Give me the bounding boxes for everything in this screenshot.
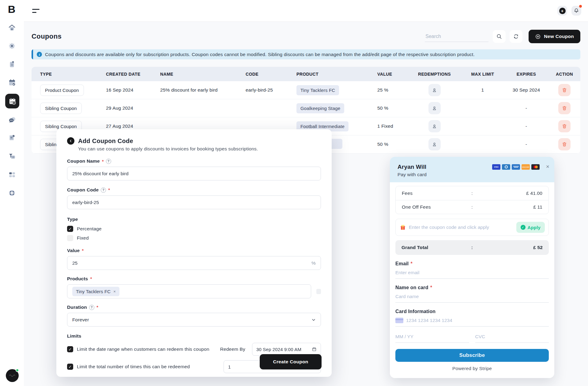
email-field bbox=[395, 270, 549, 279]
new-coupon-label: New Coupon bbox=[544, 34, 574, 39]
search-box bbox=[425, 31, 488, 42]
sidebar: B bbox=[0, 0, 24, 386]
person-icon bbox=[432, 105, 437, 111]
limit-date-label: Limit the date range when customers can … bbox=[77, 346, 209, 352]
name-on-card-input[interactable] bbox=[395, 294, 549, 299]
new-coupon-button[interactable]: New Coupon bbox=[529, 30, 580, 43]
redemptions-button[interactable] bbox=[428, 138, 441, 150]
sidebar-item-messages[interactable] bbox=[7, 115, 17, 124]
value-label: Value bbox=[67, 248, 80, 253]
search-input[interactable] bbox=[425, 34, 488, 39]
back-button[interactable] bbox=[67, 137, 74, 145]
duration-label: Duration bbox=[67, 305, 87, 310]
products-field[interactable]: Tiny Tacklers FC × bbox=[67, 284, 311, 298]
trash-icon bbox=[562, 142, 567, 147]
email-input[interactable] bbox=[395, 270, 549, 275]
create-coupon-button[interactable]: Create Coupon bbox=[260, 354, 322, 369]
app-logo[interactable]: B bbox=[6, 3, 18, 15]
col-redemptions: REDEMPTIONS bbox=[418, 72, 451, 77]
redeem-by-value: 30 Sep 2024 9:00 AM bbox=[256, 347, 301, 352]
delete-coupon-button[interactable] bbox=[558, 84, 571, 96]
delete-coupon-button[interactable] bbox=[558, 120, 571, 132]
trash-icon bbox=[562, 87, 567, 93]
colon: : bbox=[469, 204, 475, 210]
card-number-input[interactable] bbox=[406, 318, 549, 323]
refresh-button[interactable] bbox=[510, 30, 522, 43]
value-input[interactable] bbox=[72, 260, 311, 266]
card-number-field bbox=[395, 318, 549, 327]
fees-summary: Fees : £ 41.00 One Off Fees : £ 11 bbox=[395, 186, 549, 214]
mastercard-icon bbox=[531, 164, 540, 170]
created-date: 27 Aug 2024 bbox=[106, 123, 160, 129]
search-button[interactable] bbox=[493, 30, 506, 43]
col-product: PRODUCT bbox=[296, 72, 372, 77]
user-avatar[interactable]: ◠◡◠ bbox=[6, 369, 19, 382]
grand-total-value: £ 52 bbox=[475, 245, 543, 250]
products-label: Products bbox=[67, 276, 88, 282]
value-cell: 1 Fixed bbox=[372, 123, 408, 129]
col-name: NAME bbox=[160, 72, 246, 77]
info-banner: i Coupons and discounts are available on… bbox=[32, 49, 580, 59]
limit-date-checkbox[interactable] bbox=[67, 346, 73, 352]
sidebar-item-settings[interactable] bbox=[7, 41, 17, 51]
sidebar-item-bookings[interactable] bbox=[7, 78, 17, 87]
help-icon[interactable]: ? bbox=[106, 159, 111, 164]
expiry-input[interactable] bbox=[395, 334, 469, 339]
online-status-dot bbox=[16, 369, 19, 372]
sidebar-item-notes[interactable] bbox=[7, 60, 17, 69]
discover-icon: DISCOVER bbox=[522, 164, 530, 170]
help-icon[interactable]: ? bbox=[89, 305, 94, 310]
redeem-by-date-picker[interactable]: 30 Sep 2024 9:00 AM bbox=[252, 343, 321, 356]
fixed-checkbox[interactable] bbox=[67, 235, 73, 241]
redemptions-button[interactable] bbox=[428, 120, 441, 132]
banner-accent-bar bbox=[32, 49, 33, 59]
check-circle-icon: ✓ bbox=[521, 225, 526, 230]
sidebar-item-help[interactable] bbox=[7, 188, 17, 198]
expires-cell: - bbox=[526, 105, 527, 111]
notifications-button[interactable] bbox=[571, 6, 581, 16]
coupon-code-entry-input[interactable] bbox=[409, 225, 513, 230]
redemptions-button[interactable] bbox=[428, 84, 441, 96]
sidebar-item-invoices[interactable] bbox=[7, 133, 17, 142]
sidebar-item-filters[interactable] bbox=[7, 152, 17, 161]
cvc-input[interactable] bbox=[475, 334, 549, 339]
close-payment-icon[interactable]: × bbox=[546, 164, 549, 169]
coupon-name: 25% discount for early bird bbox=[160, 87, 246, 93]
powered-by-stripe: Powered by Stripe bbox=[395, 366, 549, 371]
quick-add-button[interactable]: + bbox=[557, 6, 567, 16]
redemptions-button[interactable] bbox=[428, 102, 441, 114]
calendar-icon bbox=[312, 347, 317, 352]
delete-coupon-button[interactable] bbox=[558, 102, 571, 114]
sidebar-item-home[interactable] bbox=[7, 23, 17, 32]
subscribe-button[interactable]: Subscribe bbox=[395, 349, 549, 362]
col-type: TYPE bbox=[40, 72, 106, 77]
visa-icon: VISA bbox=[492, 164, 500, 170]
table-row: Product Coupon 16 Sep 2024 25% discount … bbox=[32, 81, 580, 99]
name-on-card-label: Name on card bbox=[395, 285, 432, 290]
sidebar-item-subscriptions-active[interactable] bbox=[5, 94, 19, 108]
col-code: CODE bbox=[246, 72, 296, 77]
sidebar-item-apps[interactable] bbox=[7, 170, 17, 179]
delete-coupon-button[interactable] bbox=[558, 138, 571, 150]
calendar-check-icon bbox=[8, 78, 16, 87]
apply-coupon-button[interactable]: ✓ Apply bbox=[516, 222, 545, 233]
remove-product-icon[interactable]: × bbox=[113, 289, 116, 294]
product-tag-label: Tiny Tacklers FC bbox=[76, 289, 111, 294]
menu-toggle-button[interactable] bbox=[32, 9, 40, 13]
payment-panel: Aryan Will Pay with card VISA DISCOVER ×… bbox=[390, 157, 554, 378]
coupon-name-input[interactable] bbox=[72, 171, 316, 176]
name-on-card-field bbox=[395, 294, 549, 303]
fixed-label: Fixed bbox=[77, 235, 89, 241]
duration-select[interactable]: Forever bbox=[67, 313, 321, 327]
table-row: Sibling Coupon 29 Aug 2024 Goalkeeping S… bbox=[32, 99, 580, 117]
percentage-checkbox[interactable] bbox=[67, 226, 73, 232]
grand-total-row: Grand Total : £ 52 bbox=[395, 240, 549, 255]
percent-suffix: % bbox=[311, 260, 316, 266]
redeem-count-value: 1 bbox=[228, 364, 231, 369]
coupon-code-input[interactable] bbox=[72, 200, 316, 205]
select-all-products-checkbox[interactable] bbox=[316, 289, 321, 294]
coupon-name-label: Coupon Name bbox=[67, 158, 104, 164]
limit-count-checkbox[interactable] bbox=[67, 364, 73, 370]
gift-icon bbox=[400, 225, 406, 230]
help-icon[interactable]: ? bbox=[101, 187, 106, 193]
